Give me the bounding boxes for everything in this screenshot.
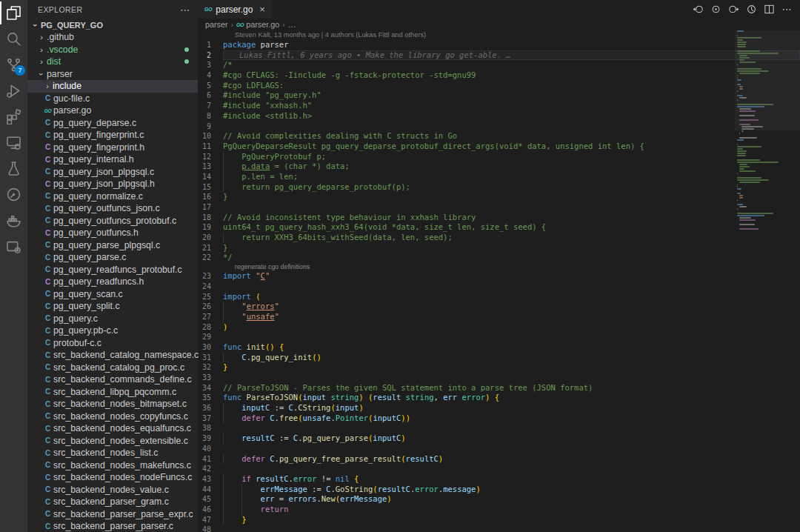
code-line[interactable]: 46 return: [198, 505, 800, 515]
prev-change-icon[interactable]: [690, 2, 705, 17]
code-line[interactable]: 17: [198, 202, 800, 213]
minimap-slider[interactable]: [735, 30, 800, 130]
code-line[interactable]: 5#cgo LDFLAGS:: [198, 81, 800, 91]
split-editor-icon[interactable]: [761, 2, 776, 17]
tree-item-src-backend-nodes-extensible-c[interactable]: Csrc_backend_nodes_extensible.c: [27, 435, 198, 448]
breadcrumb-item[interactable]: …: [288, 20, 296, 29]
code-line[interactable]: 32}: [198, 362, 800, 373]
code-line[interactable]: 2Lukas Fittl, 6 years ago • Make the lib…: [198, 50, 800, 61]
code-line[interactable]: 48: [198, 525, 800, 532]
tree-item-src-backend-nodes-value-c[interactable]: Csrc_backend_nodes_value.c: [27, 484, 198, 496]
code-line[interactable]: 7#include "xxhash.h": [198, 101, 800, 111]
tree-item-pg-query-outfuncs-protobuf-c[interactable]: Cpg_query_outfuncs_protobuf.c: [27, 215, 198, 227]
breadcrumb-item[interactable]: GOparser.go: [236, 20, 279, 29]
code-line[interactable]: 3/*: [198, 60, 800, 70]
code-line[interactable]: 1package parser: [198, 40, 800, 50]
code-line[interactable]: 16}: [198, 192, 800, 202]
code-line[interactable]: 22*/: [198, 253, 800, 263]
tree-item-pg-query-outfuncs-h[interactable]: Cpg_query_outfuncs.h: [27, 227, 198, 239]
run-debug-icon[interactable]: [0, 78, 27, 104]
code-line[interactable]: 31 C.pg_query_init(): [198, 353, 800, 363]
code-line[interactable]: 8#include <stdlib.h>: [198, 111, 800, 122]
tree-item-pg-query-split-c[interactable]: Cpg_query_split.c: [27, 300, 198, 313]
code-line[interactable]: 26 "errors": [198, 302, 800, 312]
code-line[interactable]: 25import (: [198, 292, 800, 302]
code-line[interactable]: 21}: [198, 243, 800, 253]
extensions-icon[interactable]: [0, 104, 27, 130]
next-change-icon[interactable]: [726, 2, 741, 17]
breadcrumb-item[interactable]: parser: [205, 20, 228, 29]
source-control-icon[interactable]: 7: [0, 52, 27, 78]
tree-item-include[interactable]: ›include: [27, 80, 198, 93]
tree-item-pg-query-parse-plpgsql-c[interactable]: Cpg_query_parse_plpgsql.c: [27, 239, 198, 252]
tree-item-src-backend-nodes-nodefuncs-c[interactable]: Csrc_backend_nodes_nodeFuncs.c: [27, 471, 198, 484]
tree-item-dist[interactable]: ›dist: [27, 56, 198, 68]
tree-item-src-backend-nodes-equalfuncs-c[interactable]: Csrc_backend_nodes_equalfuncs.c: [27, 422, 198, 435]
code-line[interactable]: 39 resultC := C.pg_query_parse(inputC): [198, 433, 800, 444]
code-line[interactable]: 14 p.len = len;: [198, 172, 800, 182]
code-line[interactable]: 42: [198, 464, 800, 474]
tree-item-src-backend-nodes-list-c[interactable]: Csrc_backend_nodes_list.c: [27, 447, 198, 459]
code-line[interactable]: 37 defer C.free(unsafe.Pointer(inputC)): [198, 413, 800, 424]
code-line[interactable]: 19uint64_t pg_query_hash_xxh3_64(void *d…: [198, 222, 800, 233]
tree-item-pg-query-c[interactable]: Cpg_query.c: [27, 313, 198, 325]
tree-item-pg-query-parse-c[interactable]: Cpg_query_parse.c: [27, 251, 198, 264]
tree-item-parser-go[interactable]: GOparser.go: [27, 104, 198, 117]
code-line[interactable]: 29: [198, 332, 800, 342]
code-editor[interactable]: Steven Kalt, 13 months ago | 4 authors (…: [198, 30, 800, 532]
tree-root-pg-query-go[interactable]: ›PG_QUERY_GO: [27, 19, 198, 31]
docker-icon[interactable]: [0, 207, 27, 233]
tree-item-src-backend-parser-parse-expr-c[interactable]: Csrc_backend_parser_parse_expr.c: [27, 508, 198, 521]
tree-item-parser[interactable]: ›parser: [27, 68, 198, 81]
remote-explorer-icon[interactable]: [0, 130, 27, 156]
tree-item-protobuf-c-c[interactable]: Cprotobuf-c.c: [27, 337, 198, 350]
code-line[interactable]: 30func init() {: [198, 342, 800, 353]
tree-item-pg-query-json-plpgsql-c[interactable]: Cpg_query_json_plpgsql.c: [27, 166, 198, 179]
code-line[interactable]: 24: [198, 282, 800, 292]
code-line[interactable]: 4#cgo CFLAGS: -Iinclude -g -fstack-prote…: [198, 70, 800, 81]
tree-item-pg-query-internal-h[interactable]: Cpg_query_internal.h: [27, 153, 198, 166]
tab-parser-go[interactable]: GO parser.go ×: [198, 0, 272, 19]
history-icon[interactable]: [0, 182, 27, 207]
tree-item-pg-query-pb-c-c[interactable]: Cpg_query.pb-c.c: [27, 325, 198, 337]
code-line[interactable]: 27 "unsafe": [198, 312, 800, 322]
more-icon[interactable]: ⋯: [779, 2, 794, 17]
tree-item-pg-query-fingerprint-c[interactable]: Cpg_query_fingerprint.c: [27, 129, 198, 142]
code-line[interactable]: 11PgQueryDeparseResult pg_query_deparse_…: [198, 142, 800, 152]
code-line[interactable]: 44 errMessage := C.GoString(resultC.erro…: [198, 485, 800, 495]
code-line[interactable]: 20 return XXH3_64bits_withSeed(data, len…: [198, 233, 800, 243]
tree-item-pg-query-readfuncs-h[interactable]: Cpg_query_readfuncs.h: [27, 276, 198, 288]
tree-item-pg-query-scan-c[interactable]: Cpg_query_scan.c: [27, 288, 198, 301]
tree-item-pg-query-normalize-c[interactable]: Cpg_query_normalize.c: [27, 190, 198, 203]
code-line[interactable]: 9: [198, 122, 800, 132]
tree-item-src-backend-parser-parser-c[interactable]: Csrc_backend_parser_parser.c: [27, 520, 198, 532]
code-line[interactable]: 33: [198, 373, 800, 383]
code-line[interactable]: 6#include "pg_query.h": [198, 90, 800, 101]
code-line[interactable]: 28): [198, 322, 800, 333]
tree-item-src-backend-libpq-pqcomm-c[interactable]: Csrc_backend_libpq_pqcomm.c: [27, 386, 198, 399]
tree-item--github[interactable]: ›.github: [27, 31, 198, 44]
tree-item-src-backend-parser-gram-c[interactable]: Csrc_backend_parser_gram.c: [27, 496, 198, 508]
timeline-icon[interactable]: [744, 2, 759, 17]
code-line[interactable]: 34// ParseToJSON - Parses the given SQL …: [198, 383, 800, 393]
tree-item-pg-query-readfuncs-protobuf-c[interactable]: Cpg_query_readfuncs_protobuf.c: [27, 264, 198, 276]
tree-item-pg-query-fingerprint-h[interactable]: Cpg_query_fingerprint.h: [27, 142, 198, 154]
code-line[interactable]: 35func ParseToJSON(input string) (result…: [198, 393, 800, 403]
search-icon[interactable]: [0, 26, 27, 52]
tree-item-src-backend-nodes-makefuncs-c[interactable]: Csrc_backend_nodes_makefuncs.c: [27, 459, 198, 472]
code-line[interactable]: 38: [198, 423, 800, 433]
code-line[interactable]: 36 inputC := C.CString(input): [198, 403, 800, 413]
code-line[interactable]: 13 p.data = (char *) data;: [198, 162, 800, 172]
tree-item-pg-query-outfuncs-json-c[interactable]: Cpg_query_outfuncs_json.c: [27, 202, 198, 215]
tree-item-src-backend-catalog-pg-proc-c[interactable]: Csrc_backend_catalog_pg_proc.c: [27, 362, 198, 374]
more-actions-icon[interactable]: ⋯: [180, 4, 190, 16]
tree-item-guc-file-c[interactable]: Cguc-file.c: [27, 93, 198, 105]
explorer-icon[interactable]: [0, 0, 27, 26]
tree-item-src-backend-nodes-bitmapset-c[interactable]: Csrc_backend_nodes_bitmapset.c: [27, 398, 198, 410]
code-line[interactable]: 45 err = errors.New(errMessage): [198, 494, 800, 505]
tree-item-pg-query-deparse-c[interactable]: Cpg_query_deparse.c: [27, 117, 198, 130]
tree-item-src-backend-commands-define-c[interactable]: Csrc_backend_commands_define.c: [27, 373, 198, 386]
code-line[interactable]: 23import "C": [198, 271, 800, 282]
code-line[interactable]: 47 }: [198, 515, 800, 525]
code-line[interactable]: 43 if resultC.error != nil {: [198, 474, 800, 485]
